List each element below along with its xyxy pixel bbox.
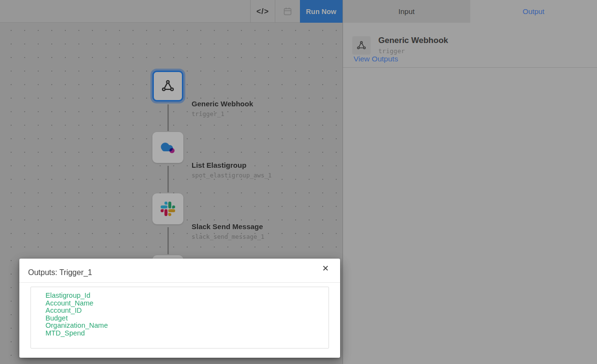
output-link[interactable]: MTD_Spend: [45, 330, 328, 337]
workflow-editor-app: </> Run Now: [0, 0, 597, 364]
output-link[interactable]: Elastigroup_Id: [45, 292, 328, 300]
outputs-modal: Outputs: Trigger_1 ✕ Elastigroup_Id Acco…: [19, 259, 340, 358]
outputs-list: Elastigroup_Id Account_Name Account_ID B…: [30, 287, 329, 349]
close-icon[interactable]: ✕: [322, 264, 329, 274]
output-link[interactable]: Budget: [45, 315, 328, 322]
output-link[interactable]: Account_ID: [45, 307, 328, 315]
output-link[interactable]: Account_Name: [45, 300, 328, 307]
modal-title: Outputs: Trigger_1: [28, 268, 92, 277]
modal-header: Outputs: Trigger_1 ✕: [19, 259, 340, 283]
output-link[interactable]: Organization_Name: [45, 322, 328, 330]
